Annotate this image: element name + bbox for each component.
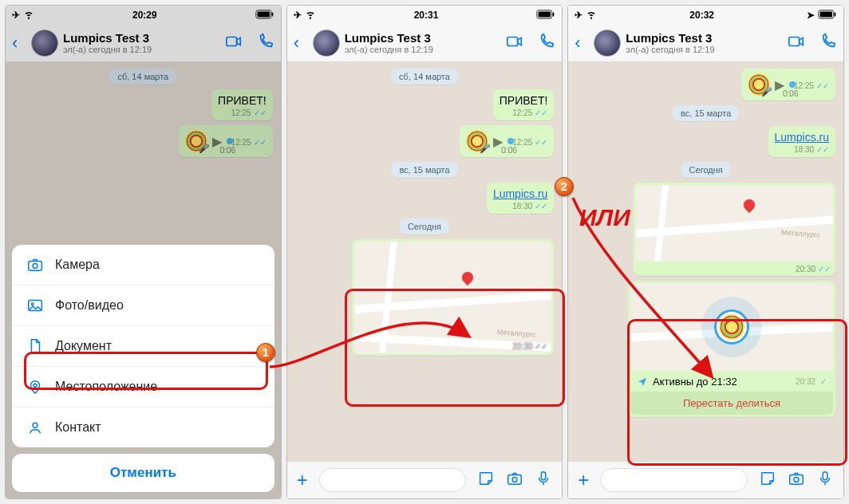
sent-tick-icon: ✓ [820, 377, 827, 386]
mic-button[interactable] [535, 470, 552, 490]
static-location-map[interactable]: Металлургс 20:30✓✓ [354, 242, 551, 353]
wifi-icon [305, 9, 316, 22]
location-icon [26, 378, 44, 396]
attach-button[interactable]: + [578, 469, 589, 491]
status-bar: ✈︎ 20:31 [287, 6, 563, 25]
camera-icon [26, 256, 44, 274]
attach-sheet-overlay: Камера Фото/видео Документ Местоположени… [6, 6, 281, 498]
attach-location[interactable]: Местоположение [12, 367, 274, 408]
chat-header: ‹ Lumpics Test 3 эл(-а) сегодня в 12:19 [287, 25, 563, 62]
input-bar: + [568, 461, 843, 498]
svg-point-5 [33, 263, 38, 268]
svg-rect-11 [539, 11, 551, 17]
annotation-badge-1: 1 [256, 343, 275, 362]
map-pin-icon [741, 197, 757, 213]
svg-rect-20 [789, 37, 800, 46]
attach-document[interactable]: Документ [12, 326, 274, 367]
svg-rect-19 [835, 12, 836, 16]
camera-button[interactable] [788, 470, 805, 490]
svg-point-22 [794, 477, 799, 482]
attach-sheet: Камера Фото/видео Документ Местоположени… [12, 245, 274, 447]
sticker-button[interactable] [477, 470, 495, 490]
status-time: 20:31 [414, 10, 439, 21]
svg-point-15 [512, 477, 517, 482]
wifi-icon [586, 9, 597, 22]
video-call-button[interactable] [788, 33, 805, 53]
annotation-badge-2: 2 [555, 177, 574, 196]
attach-camera[interactable]: Камера [12, 245, 274, 285]
svg-rect-4 [29, 261, 42, 270]
live-location-map[interactable] [630, 283, 833, 371]
voice-message[interactable]: 🎤 ▶ 12:25✓✓ 0:06 [741, 69, 835, 100]
svg-rect-13 [507, 37, 518, 46]
battery-icon [536, 10, 555, 22]
camera-button[interactable] [506, 470, 523, 490]
sticker-button[interactable] [759, 470, 776, 490]
message-link[interactable]: Lumpics.ru18:30✓✓ [487, 183, 554, 214]
video-call-button[interactable] [506, 33, 523, 53]
svg-point-8 [34, 384, 37, 387]
static-location-map[interactable]: Металлургс [636, 185, 833, 262]
document-icon [26, 337, 44, 355]
location-message[interactable]: Металлургс 20:30✓✓ [634, 183, 835, 276]
phone-screen-2: ✈︎ 20:31 ‹ Lumpics Test 3 эл(-а) сегодня… [286, 5, 563, 499]
annotation-or-label: ИЛИ [579, 204, 630, 231]
svg-rect-14 [508, 474, 522, 484]
phone-screen-3: ✈︎ 20:32 ➤ ‹ Lumpics Test 3 эл(-а) сегод… [567, 5, 844, 499]
live-broadcast-icon [637, 376, 648, 388]
attach-contact[interactable]: Контакт [12, 408, 274, 447]
mic-button[interactable] [816, 470, 834, 490]
location-arrow-icon: ➤ [807, 10, 815, 21]
voice-call-button[interactable] [538, 33, 555, 53]
svg-rect-21 [790, 474, 804, 484]
contact-icon [26, 419, 44, 436]
location-message[interactable]: Металлургс 20:30✓✓ [352, 239, 554, 356]
svg-rect-12 [553, 12, 555, 16]
chat-body: 🎤 ▶ 12:25✓✓ 0:06 вс, 15 марта Lumpics.ru… [568, 62, 843, 461]
message-link[interactable]: Lumpics.ru18:30✓✓ [768, 126, 835, 157]
map-pin-icon [460, 270, 476, 285]
status-bar: ✈︎ 20:32 ➤ [568, 6, 843, 25]
voice-call-button[interactable] [819, 33, 837, 53]
battery-icon [818, 10, 837, 22]
live-location-avatar [714, 309, 749, 345]
message-input[interactable] [319, 468, 467, 492]
airplane-icon: ✈︎ [294, 10, 302, 21]
back-button[interactable]: ‹ [294, 33, 308, 53]
svg-rect-16 [542, 472, 547, 480]
voice-message[interactable]: 🎤 ▶ 12:25✓✓ 0:06 [460, 125, 554, 157]
attach-button[interactable]: + [297, 469, 308, 491]
chat-body: сб, 14 марта ПРИВЕТ!12:25✓✓ 🎤 ▶ 12:25✓✓ … [287, 62, 563, 461]
svg-rect-18 [820, 11, 832, 17]
status-time: 20:32 [689, 10, 714, 21]
input-bar: + [287, 461, 563, 498]
stop-sharing-button[interactable]: Перестать делиться [630, 392, 833, 415]
message-input[interactable] [600, 468, 748, 492]
back-button[interactable]: ‹ [575, 33, 589, 53]
phone-screen-1: ✈︎ 20:29 ‹ Lumpics Test 3 эл(-а) сегодня… [5, 5, 282, 499]
chat-header: ‹ Lumpics Test 3 эл(-а) сегодня в 12:19 [568, 25, 843, 62]
svg-point-9 [33, 423, 38, 427]
svg-rect-23 [823, 472, 827, 480]
contact-avatar[interactable] [594, 30, 621, 57]
svg-point-7 [32, 303, 34, 305]
live-location-message[interactable]: Активны до 21:32 20:32 ✓ Перестать делит… [628, 281, 835, 417]
photo-icon [26, 297, 44, 314]
contact-avatar[interactable] [313, 30, 340, 57]
attach-cancel[interactable]: Отменить [12, 454, 274, 492]
message-greeting[interactable]: ПРИВЕТ!12:25✓✓ [493, 89, 555, 120]
airplane-icon: ✈︎ [575, 10, 582, 21]
attach-photo-video[interactable]: Фото/видео [12, 285, 274, 326]
